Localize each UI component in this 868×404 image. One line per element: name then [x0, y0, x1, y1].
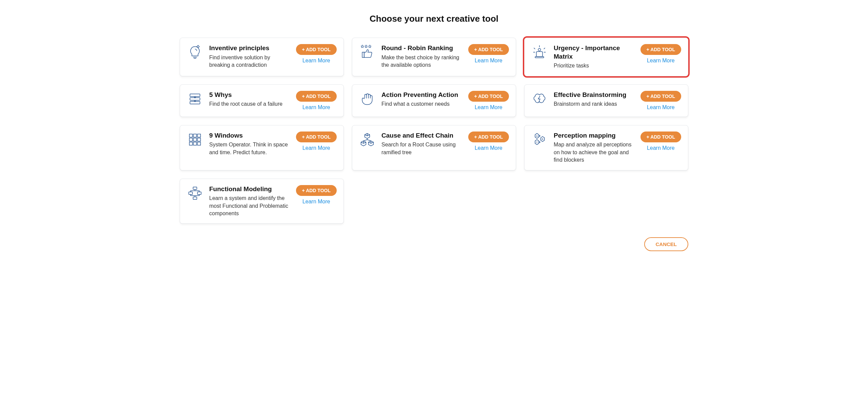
tool-card-action-preventing: Action Preventing ActionFind what a cust…: [352, 84, 516, 117]
add-tool-button[interactable]: + ADD TOOL: [296, 185, 337, 196]
tool-actions: + ADD TOOLLearn More: [296, 185, 337, 205]
tool-card-five-whys: 5 WhysFind the root cause of a failure+ …: [180, 84, 344, 117]
tool-description: Search for a Root Cause using ramified t…: [381, 141, 462, 156]
tool-grid: Inventive principlesFind inventive solut…: [180, 38, 688, 224]
tool-card-round-robin: Round - Robin RankingMake the best choic…: [352, 38, 516, 76]
learn-more-link[interactable]: Learn More: [475, 58, 502, 64]
add-tool-button[interactable]: + ADD TOOL: [296, 91, 337, 102]
tool-actions: + ADD TOOLLearn More: [468, 132, 509, 151]
hex-abc-icon: [531, 132, 548, 148]
tool-actions: + ADD TOOLLearn More: [468, 91, 509, 110]
tool-description: Learn a system and identify the most Fun…: [209, 195, 290, 217]
learn-more-link[interactable]: Learn More: [302, 104, 330, 110]
tool-description: Prioritize tasks: [554, 62, 634, 69]
learn-more-link[interactable]: Learn More: [302, 199, 330, 205]
tool-actions: + ADD TOOLLearn More: [640, 132, 681, 151]
tool-actions: + ADD TOOLLearn More: [640, 44, 681, 64]
layers-down-icon: [187, 91, 203, 107]
tool-title: 9 Windows: [209, 132, 290, 140]
tool-actions: + ADD TOOLLearn More: [296, 91, 337, 110]
tool-card-body: Action Preventing ActionFind what a cust…: [381, 91, 462, 108]
learn-more-link[interactable]: Learn More: [475, 145, 502, 151]
tool-description: Brainstorm and rank ideas: [554, 100, 634, 108]
page-title: Choose your next creative tool: [20, 14, 848, 24]
learn-more-link[interactable]: Learn More: [647, 58, 675, 64]
tool-description: Find the root cause of a failure: [209, 100, 290, 108]
tool-card-body: Urgency - Importance MatrixPrioritize ta…: [554, 44, 634, 70]
tool-card-body: Perception mappingMap and analyze all pe…: [554, 132, 634, 164]
tool-card-body: Round - Robin RankingMake the best choic…: [381, 44, 462, 69]
tool-description: Find inventive solution by breaking a co…: [209, 54, 290, 69]
learn-more-link[interactable]: Learn More: [302, 145, 330, 151]
tool-card-body: Functional ModelingLearn a system and id…: [209, 185, 290, 218]
learn-more-link[interactable]: Learn More: [475, 104, 502, 110]
tool-card-inventive-principles: Inventive principlesFind inventive solut…: [180, 38, 344, 76]
flowchart-icon: [187, 185, 203, 201]
learn-more-link[interactable]: Learn More: [302, 58, 330, 64]
add-tool-button[interactable]: + ADD TOOL: [640, 44, 681, 55]
tool-card-functional-modeling: Functional ModelingLearn a system and id…: [180, 179, 344, 224]
learn-more-link[interactable]: Learn More: [647, 104, 675, 110]
tool-card-effective-brainstorming: Effective BrainstormingBrainstorm and ra…: [524, 84, 688, 117]
add-tool-button[interactable]: + ADD TOOL: [468, 132, 509, 142]
tool-card-body: Cause and Effect ChainSearch for a Root …: [381, 132, 462, 156]
tool-title: 5 Whys: [209, 91, 290, 99]
tool-description: Find what a customer needs: [381, 100, 462, 108]
tool-actions: + ADD TOOLLearn More: [640, 91, 681, 110]
tool-title: Urgency - Importance Matrix: [554, 44, 634, 61]
tool-title: Action Preventing Action: [381, 91, 462, 99]
hand-stop-icon: [359, 91, 375, 107]
lightbulb-puzzle-icon: [187, 44, 203, 60]
tool-description: System Operator. Think in space and time…: [209, 141, 290, 156]
add-tool-button[interactable]: + ADD TOOL: [640, 91, 681, 102]
tool-card-body: 5 WhysFind the root cause of a failure: [209, 91, 290, 108]
tool-card-body: 9 WindowsSystem Operator. Think in space…: [209, 132, 290, 156]
add-tool-button[interactable]: + ADD TOOL: [296, 132, 337, 142]
tool-title: Effective Brainstorming: [554, 91, 634, 99]
tool-title: Round - Robin Ranking: [381, 44, 462, 53]
cancel-button[interactable]: CANCEL: [644, 237, 689, 251]
tool-card-body: Effective BrainstormingBrainstorm and ra…: [554, 91, 634, 108]
brain-bolt-icon: [531, 91, 548, 107]
tool-card-nine-windows: 9 WindowsSystem Operator. Think in space…: [180, 125, 344, 170]
grid-3x3-icon: [187, 132, 203, 148]
add-tool-button[interactable]: + ADD TOOL: [296, 44, 337, 55]
tool-card-perception-mapping: Perception mappingMap and analyze all pe…: [524, 125, 688, 170]
tool-actions: + ADD TOOLLearn More: [296, 132, 337, 151]
learn-more-link[interactable]: Learn More: [647, 145, 675, 151]
tool-title: Inventive principles: [209, 44, 290, 53]
tool-actions: + ADD TOOLLearn More: [468, 44, 509, 64]
tool-title: Functional Modeling: [209, 185, 290, 194]
tool-actions: + ADD TOOLLearn More: [296, 44, 337, 64]
siren-icon: [531, 44, 548, 60]
tool-card-urgency-importance: Urgency - Importance MatrixPrioritize ta…: [524, 38, 688, 76]
add-tool-button[interactable]: + ADD TOOL: [640, 132, 681, 142]
tool-card-body: Inventive principlesFind inventive solut…: [209, 44, 290, 69]
tool-description: Map and analyze all perceptions on how t…: [554, 141, 634, 164]
tool-title: Cause and Effect Chain: [381, 132, 462, 140]
tool-title: Perception mapping: [554, 132, 634, 140]
thumbs-stars-icon: [359, 44, 375, 60]
tool-card-cause-effect: Cause and Effect ChainSearch for a Root …: [352, 125, 516, 170]
footer: CANCEL: [180, 237, 688, 251]
add-tool-button[interactable]: + ADD TOOL: [468, 44, 509, 55]
cube-tree-icon: [359, 132, 375, 148]
tool-description: Make the best choice by ranking the avai…: [381, 54, 462, 69]
add-tool-button[interactable]: + ADD TOOL: [468, 91, 509, 102]
